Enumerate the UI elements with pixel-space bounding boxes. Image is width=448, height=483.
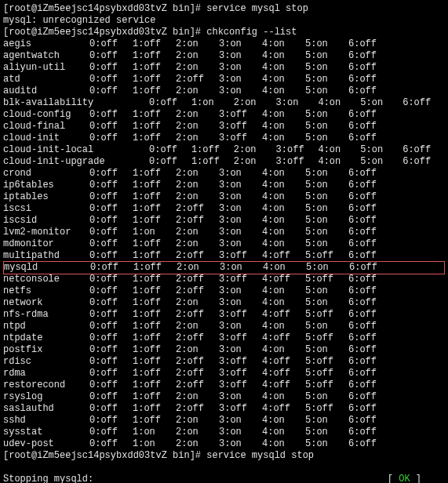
runlevel-cell: 3:on <box>219 321 262 332</box>
runlevel-cell: 2:on <box>176 180 219 191</box>
runlevel-cell: 4:on <box>262 227 305 238</box>
runlevel-cell: 6:off <box>348 297 392 309</box>
runlevel-cell: 5:on <box>305 50 348 62</box>
runlevel-cell: 0:off <box>89 121 133 133</box>
service-name: sshd <box>3 415 89 427</box>
runlevel-cell: 0:off <box>89 50 133 62</box>
runlevel-cell: 4:on <box>262 50 305 62</box>
runlevel-cell: 3:off <box>219 356 262 368</box>
runlevel-cell: 0:off <box>89 332 133 344</box>
runlevel-cell: 1:off <box>133 238 176 250</box>
runlevel-cell: 2:off <box>176 74 219 85</box>
runlevel-cell: 5:on <box>305 38 348 50</box>
prompt-1: [root@iZm5eejsc14psybxdd03tvZ bin]# <box>3 3 206 14</box>
runlevel-cell: 4:on <box>262 121 305 133</box>
runlevel-cell: 5:on <box>305 109 348 121</box>
service-row-netconsole: netconsole0:off1:off2:off3:off4:off5:off… <box>3 274 445 285</box>
runlevel-cell: 2:off <box>176 380 219 391</box>
runlevel-cell: 5:on <box>305 85 348 97</box>
prompt-2: [root@iZm5eejsc14psybxdd03tvZ bin]# <box>3 27 206 38</box>
runlevel-cell: 6:off <box>349 262 392 274</box>
runlevel-cell: 5:off <box>305 403 348 415</box>
service-row-multipathd: multipathd0:off1:off2:off3:off4:off5:off… <box>3 250 445 262</box>
runlevel-cell: 6:off <box>348 215 392 227</box>
runlevel-cell: 4:on <box>262 321 305 332</box>
runlevel-cell: 3:off <box>219 133 262 144</box>
runlevel-cell: 0:off <box>89 109 133 121</box>
runlevel-cell: 5:on <box>360 97 402 109</box>
runlevel-cell: 6:off <box>348 238 392 250</box>
runlevel-cell: 2:on <box>176 344 219 356</box>
prompt-line-2[interactable]: [root@iZm5eejsc14psybxdd03tvZ bin]# chkc… <box>3 27 445 38</box>
stop-status-line: Stopping mysqld: [ OK ] <box>3 474 445 483</box>
runlevel-cell: 1:off <box>133 344 176 356</box>
runlevel-cell: 0:off <box>89 250 133 262</box>
runlevel-cell: 1:off <box>133 215 176 227</box>
runlevel-cell: 4:on <box>262 427 305 438</box>
runlevel-cell: 3:off <box>219 274 262 285</box>
runlevel-cell: 6:off <box>348 380 392 391</box>
runlevel-cell: 4:off <box>262 368 305 380</box>
runlevel-cell: 4:on <box>262 38 305 50</box>
runlevel-cell: 1:off <box>133 109 176 121</box>
service-row-network: network0:off1:off2:on3:on4:on5:on6:off <box>3 297 445 309</box>
runlevel-cell: 6:off <box>348 309 392 321</box>
runlevel-cell: 4:on <box>262 415 305 427</box>
service-row-ntpdate: ntpdate0:off1:off2:off3:off4:off5:off6:o… <box>3 332 445 344</box>
runlevel-cell: 6:off <box>348 368 392 380</box>
runlevel-cell: 3:on <box>219 415 262 427</box>
runlevel-cell: 4:off <box>262 356 305 368</box>
prompt-line-1[interactable]: [root@iZm5eejsc14psybxdd03tvZ bin]# serv… <box>3 3 445 15</box>
runlevel-cell: 5:on <box>305 74 348 85</box>
runlevel-cell: 2:on <box>176 191 219 203</box>
runlevel-cell: 5:on <box>305 203 348 215</box>
runlevel-cell: 3:off <box>219 380 262 391</box>
service-name: auditd <box>3 85 89 97</box>
runlevel-cell: 6:off <box>348 332 392 344</box>
runlevel-cell: 0:off <box>89 309 133 321</box>
runlevel-cell: 4:on <box>262 238 305 250</box>
service-row-lvm2-monitor: lvm2-monitor0:off1:on2:on3:on4:on5:on6:o… <box>3 227 445 238</box>
runlevel-cell: 2:on <box>176 85 219 97</box>
runlevel-cell: 4:on <box>262 133 305 144</box>
runlevel-cell: 6:off <box>348 427 392 438</box>
runlevel-cell: 4:off <box>262 332 305 344</box>
runlevel-cell: 1:off <box>133 391 176 403</box>
runlevel-cell: 0:off <box>89 368 133 380</box>
runlevel-cell: 0:off <box>89 133 133 144</box>
runlevel-cell: 0:off <box>89 285 133 297</box>
service-row-rdisc: rdisc0:off1:off2:off3:off4:off5:off6:off <box>3 356 445 368</box>
runlevel-cell: 1:on <box>133 227 176 238</box>
runlevel-cell: 3:off <box>219 403 262 415</box>
runlevel-cell: 5:on <box>305 391 348 403</box>
runlevel-cell: 2:off <box>176 403 219 415</box>
runlevel-cell: 1:on <box>133 427 176 438</box>
runlevel-cell: 5:on <box>305 191 348 203</box>
runlevel-cell: 6:off <box>402 144 445 156</box>
runlevel-cell: 0:off <box>89 297 133 309</box>
error-line-1: mysql: unrecognized service <box>3 15 445 27</box>
runlevel-cell: 6:off <box>348 403 392 415</box>
service-name: cloud-final <box>3 121 89 133</box>
prompt-line-3[interactable]: [root@iZm5eejsc14psybxdd03tvZ bin]# serv… <box>3 450 445 462</box>
runlevel-cell: 1:off <box>133 415 176 427</box>
service-row-iscsi: iscsi0:off1:off2:off3:on4:on5:on6:off <box>3 203 445 215</box>
runlevel-cell: 3:on <box>219 297 262 309</box>
runlevel-cell: 3:on <box>219 50 262 62</box>
service-row-cloud-init-local: cloud-init-local0:off1:off2:on3:off4:on5… <box>3 144 445 156</box>
service-name: atd <box>3 74 89 85</box>
runlevel-cell: 4:on <box>262 285 305 297</box>
runlevel-cell: 3:on <box>219 203 262 215</box>
runlevel-cell: 5:on <box>305 427 348 438</box>
service-name: mysqld <box>4 262 90 274</box>
service-name: cloud-config <box>3 109 89 121</box>
service-row-cloud-init: cloud-init0:off1:off2:on3:off4:on5:on6:o… <box>3 133 445 144</box>
runlevel-cell: 3:on <box>219 344 262 356</box>
runlevel-cell: 4:on <box>262 297 305 309</box>
service-name: iscsi <box>3 203 89 215</box>
runlevel-cell: 5:on <box>305 133 348 144</box>
runlevel-cell: 4:on <box>262 391 305 403</box>
runlevel-cell: 6:off <box>348 62 392 74</box>
service-name: aegis <box>3 38 89 50</box>
runlevel-cell: 3:off <box>219 109 262 121</box>
